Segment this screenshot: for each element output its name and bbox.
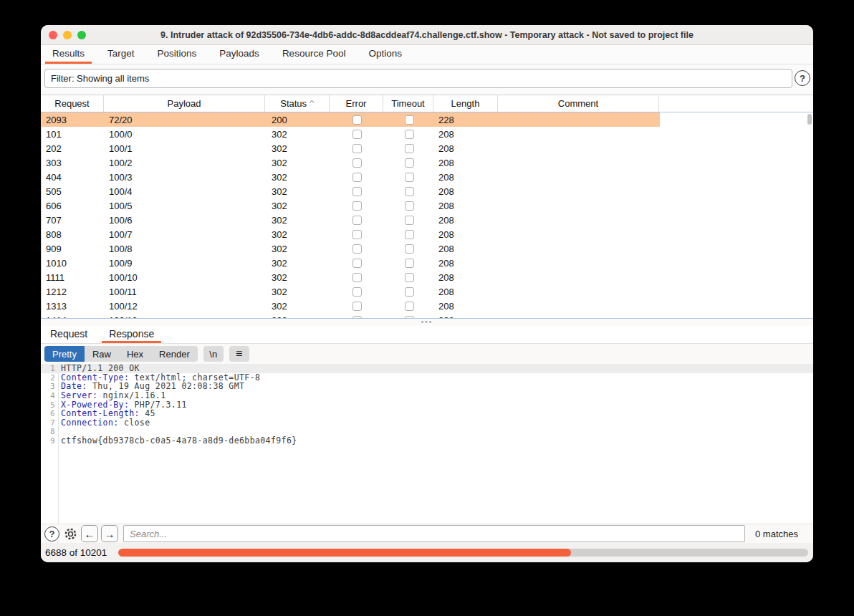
cell-comment[interactable] [499, 112, 660, 127]
error-checkbox[interactable] [352, 187, 362, 196]
close-window-button[interactable] [49, 31, 57, 39]
cell-payload[interactable]: 100/0 [105, 127, 266, 141]
tab-results[interactable]: Results [45, 45, 92, 64]
cell-comment[interactable] [499, 284, 660, 299]
cell-length[interactable]: 208 [434, 299, 499, 313]
cell-request[interactable]: 1111 [42, 270, 105, 284]
error-checkbox[interactable] [352, 302, 362, 311]
detail-tab-response[interactable]: Response [102, 326, 161, 343]
cell-payload[interactable]: 100/9 [105, 256, 266, 270]
table-body[interactable]: 209372/20200228101100/0302208202100/1302… [41, 112, 813, 319]
column-header-length[interactable]: Length [433, 95, 498, 112]
cell-status[interactable]: 302 [266, 155, 330, 170]
detail-tab-request[interactable]: Request [43, 326, 95, 343]
cell-length[interactable]: 208 [434, 213, 499, 227]
cell-payload[interactable]: 100/1 [105, 141, 266, 155]
cell-request[interactable]: 505 [42, 184, 105, 198]
cell-comment[interactable] [499, 313, 660, 319]
cell-status[interactable]: 302 [266, 170, 330, 184]
tab-resource-pool[interactable]: Resource Pool [275, 45, 353, 64]
cell-payload[interactable]: 100/8 [105, 241, 266, 256]
column-header-comment[interactable]: Comment [498, 95, 659, 112]
filter-help-icon[interactable]: ? [795, 70, 810, 86]
cell-comment[interactable] [499, 141, 660, 155]
error-checkbox[interactable] [352, 216, 362, 225]
cell-comment[interactable] [499, 213, 660, 227]
error-checkbox[interactable] [352, 273, 362, 282]
cell-length[interactable]: 208 [434, 313, 499, 319]
table-row[interactable]: 909100/8302208 [42, 241, 660, 256]
tab-options[interactable]: Options [361, 45, 409, 64]
cell-payload[interactable]: 100/10 [105, 270, 266, 284]
response-editor[interactable]: 1HTTP/1.1 200 OK2Content-Type: text/html… [41, 364, 813, 524]
table-row[interactable]: 707100/6302208 [42, 213, 660, 227]
cell-payload[interactable]: 100/11 [105, 284, 266, 299]
table-row[interactable]: 1010100/9302208 [42, 256, 660, 270]
table-row[interactable]: 1111100/10302208 [42, 270, 660, 284]
cell-payload[interactable]: 72/20 [105, 112, 266, 127]
cell-payload[interactable]: 100/7 [105, 227, 266, 241]
show-newlines-button[interactable]: \n [203, 346, 224, 362]
timeout-checkbox[interactable] [405, 115, 414, 125]
cell-status[interactable]: 302 [266, 241, 330, 256]
zoom-window-button[interactable] [77, 31, 86, 39]
cell-status[interactable]: 302 [266, 141, 330, 155]
error-checkbox[interactable] [352, 144, 362, 153]
cell-request[interactable]: 1212 [42, 284, 105, 299]
error-checkbox[interactable] [352, 115, 362, 125]
cell-status[interactable]: 200 [266, 112, 330, 127]
error-checkbox[interactable] [352, 259, 362, 268]
cell-request[interactable]: 909 [42, 241, 105, 256]
filter-bar[interactable]: Filter: Showing all items [44, 69, 792, 88]
cell-request[interactable]: 303 [42, 155, 105, 170]
error-checkbox[interactable] [352, 130, 362, 139]
cell-payload[interactable]: 100/6 [105, 213, 266, 227]
cell-request[interactable]: 2093 [42, 112, 105, 127]
cell-status[interactable]: 302 [266, 284, 330, 299]
cell-length[interactable]: 208 [434, 127, 499, 141]
timeout-checkbox[interactable] [405, 302, 414, 311]
minimize-window-button[interactable] [63, 31, 72, 39]
cell-payload[interactable]: 100/12 [105, 299, 266, 313]
column-header-request[interactable]: Request [41, 95, 104, 112]
cell-length[interactable]: 208 [434, 155, 499, 170]
table-row[interactable]: 1212100/11302208 [42, 284, 660, 299]
cell-length[interactable]: 208 [434, 184, 499, 198]
error-checkbox[interactable] [352, 158, 362, 168]
cell-comment[interactable] [499, 256, 660, 270]
timeout-checkbox[interactable] [405, 216, 414, 225]
cell-request[interactable]: 707 [42, 213, 105, 227]
cell-request[interactable]: 404 [42, 170, 105, 184]
timeout-checkbox[interactable] [405, 187, 414, 196]
error-checkbox[interactable] [352, 201, 362, 211]
table-row[interactable]: 606100/5302208 [42, 198, 660, 213]
cell-request[interactable]: 101 [42, 127, 105, 141]
cell-comment[interactable] [499, 299, 660, 313]
cell-status[interactable]: 302 [266, 127, 330, 141]
tab-target[interactable]: Target [100, 45, 142, 64]
cell-comment[interactable] [499, 184, 660, 198]
search-input[interactable] [123, 525, 745, 542]
view-mode-raw-button[interactable]: Raw [85, 346, 119, 362]
error-checkbox[interactable] [352, 230, 362, 239]
cell-payload[interactable]: 100/13 [105, 313, 266, 319]
timeout-checkbox[interactable] [405, 273, 414, 282]
view-mode-hex-button[interactable]: Hex [119, 346, 151, 362]
cell-status[interactable]: 302 [266, 270, 330, 284]
cell-comment[interactable] [499, 227, 660, 241]
timeout-checkbox[interactable] [405, 244, 414, 254]
editor-menu-button[interactable]: ≡ [229, 346, 249, 362]
timeout-checkbox[interactable] [405, 173, 414, 182]
error-checkbox[interactable] [352, 244, 362, 254]
timeout-checkbox[interactable] [405, 158, 414, 168]
table-row[interactable]: 209372/20200228 [42, 112, 660, 127]
view-mode-pretty-button[interactable]: Pretty [44, 346, 85, 362]
cell-request[interactable]: 1313 [42, 299, 105, 313]
search-next-button[interactable]: → [101, 525, 118, 542]
cell-length[interactable]: 208 [434, 170, 499, 184]
cell-status[interactable]: 302 [266, 213, 330, 227]
timeout-checkbox[interactable] [405, 130, 414, 139]
cell-request[interactable]: 1414 [42, 313, 105, 319]
cell-status[interactable]: 302 [266, 184, 330, 198]
table-row[interactable]: 1414100/13302208 [42, 313, 660, 319]
